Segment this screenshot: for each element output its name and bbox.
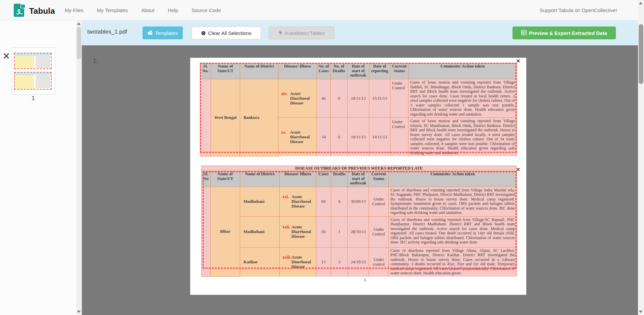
- page-marker: 1.: [93, 58, 98, 64]
- thumbnail-selection-2: [14, 72, 52, 90]
- sidebar-scrollbar[interactable]: [76, 20, 82, 315]
- support-opencollective-link[interactable]: Support Tabula on OpenCollective!: [539, 0, 617, 20]
- nav-my-templates[interactable]: My Templates: [97, 7, 128, 13]
- pdf-page[interactable]: Sl. No. Name of State/UT Name of Distric…: [190, 58, 526, 295]
- nav-help[interactable]: Help: [168, 7, 178, 13]
- document-filename: twotables_1.pdf: [87, 29, 127, 35]
- page-1-thumbnail[interactable]: [12, 47, 55, 94]
- table-2-title: DISEASE OUTBREAKS OF PREVIOUS WEEKS REPO…: [201, 166, 517, 171]
- nav-my-files[interactable]: My Files: [65, 7, 84, 13]
- autodetect-tables-button[interactable]: Autodetect Tables: [269, 27, 334, 39]
- templates-button[interactable]: Templates: [143, 27, 183, 39]
- templates-label: Templates: [155, 30, 178, 36]
- nav-source-code[interactable]: Source Code: [192, 7, 221, 13]
- brand-name: Tabula: [29, 6, 55, 16]
- selection-1-close-icon[interactable]: ✕: [516, 58, 520, 64]
- templates-icon: [148, 30, 153, 36]
- toolbar: twotables_1.pdf Templates ⊗ Clear All Se…: [82, 20, 638, 45]
- app-window: Tabula My Files My Templates About Help …: [0, 0, 644, 315]
- brand-home-link[interactable]: Tabula: [13, 3, 55, 19]
- remove-page-icon[interactable]: ✕: [3, 52, 10, 60]
- selection-box-2[interactable]: ✕: [203, 171, 517, 269]
- pdf-page-number: 5: [362, 278, 368, 283]
- window-scrollbar-thumb[interactable]: [639, 24, 643, 84]
- autodetect-label: Autodetect Tables: [285, 30, 325, 36]
- window-scrollbar[interactable]: [638, 0, 644, 315]
- thumbnail-selection-1: [14, 53, 52, 69]
- thumbnail-table-header: [15, 53, 51, 56]
- sidebar-scrollbar-thumb[interactable]: [77, 27, 81, 59]
- selection-2-close-icon[interactable]: ✕: [516, 167, 520, 173]
- scroll-down-icon[interactable]: [639, 311, 642, 313]
- export-label: Preview & Export Extracted Data: [529, 30, 607, 36]
- thumbnail-table-body: [15, 75, 51, 89]
- thumbnail-page-number: 1: [12, 95, 55, 101]
- document-viewport: 1. Sl. No. Name of State/UT Name of Dist…: [82, 45, 638, 315]
- table-export-icon: [521, 30, 527, 36]
- page-thumbnail-sidebar: ✕ 1: [0, 20, 82, 315]
- scroll-up-icon[interactable]: [77, 22, 80, 25]
- navbar: Tabula My Files My Templates About Help …: [0, 0, 644, 20]
- selection-box-1[interactable]: ✕: [200, 63, 517, 153]
- nav-about[interactable]: About: [141, 7, 154, 13]
- lightning-icon: [278, 30, 282, 36]
- preview-export-button[interactable]: Preview & Export Extracted Data: [513, 27, 616, 39]
- nav-menu: My Files My Templates About Help Source …: [65, 0, 221, 20]
- circle-x-icon: ⊗: [201, 30, 206, 36]
- clear-all-selections-button[interactable]: ⊗ Clear All Selections: [192, 27, 261, 39]
- thumbnail-table-header: [15, 73, 51, 75]
- tabula-pdf-logo-icon: [13, 3, 26, 19]
- clear-label: Clear All Selections: [208, 30, 252, 36]
- scroll-down-icon[interactable]: [77, 311, 80, 313]
- thumbnail-table-body: [15, 56, 51, 69]
- scroll-up-icon[interactable]: [639, 2, 642, 4]
